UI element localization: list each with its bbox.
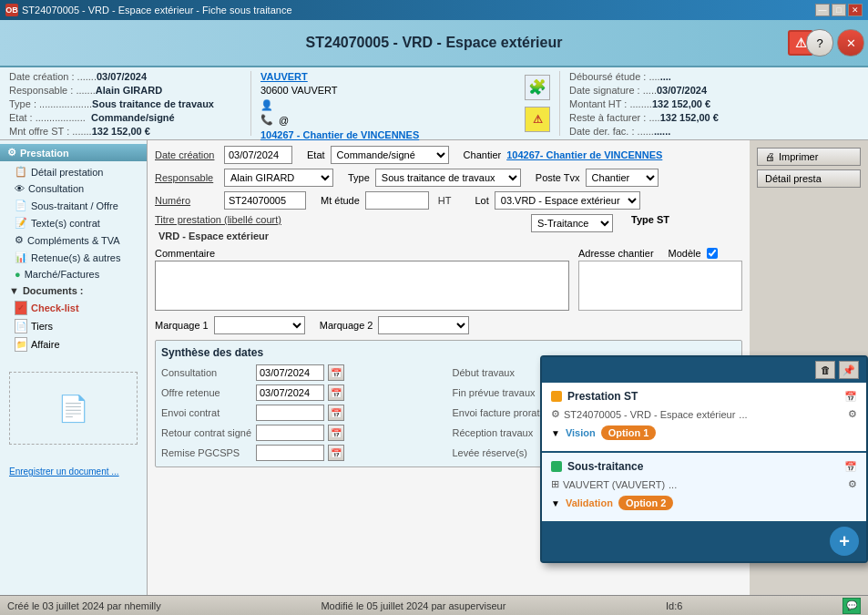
float-panel: 🗑 📌 Prestation ST 📅 ⚙ ST24070005 - VRD <box>540 355 868 563</box>
complements-icon: ⚙ <box>15 234 24 246</box>
remise-row: Remise PGCSPS 📅 <box>161 445 445 461</box>
responsable-label: Responsable : ....... <box>9 85 96 96</box>
imprimer-button[interactable]: 🖨 🖨 Imprimer Imprimer <box>757 148 861 166</box>
minimize-button[interactable]: — <box>815 4 830 16</box>
option1-badge[interactable]: Option 1 <box>601 425 657 440</box>
sidebar-item-complements[interactable]: ⚙ Compléments & TVA <box>0 231 147 249</box>
poste-tvx-label: Poste Tvx <box>536 172 580 183</box>
numero-input[interactable] <box>224 191 306 210</box>
type-select[interactable]: Sous traitance de travaux <box>375 169 521 187</box>
date-creation-label: Date création : ....... <box>9 71 97 82</box>
envoi-contrat-input[interactable] <box>256 405 324 421</box>
st-title-wrap: Sous-traitance <box>551 460 643 473</box>
date-creation-value: 03/07/2024 <box>97 71 147 82</box>
date-creation-form-label: Date création <box>155 149 219 160</box>
lot-select[interactable]: 03.VRD - Espace extérieur <box>495 191 640 210</box>
offre-retenue-label: Offre retenue <box>161 387 252 398</box>
consultation-cal-btn[interactable]: 📅 <box>328 364 344 381</box>
prestation-st-block: Prestation ST 📅 ⚙ ST24070005 - VRD - Esp… <box>542 383 866 453</box>
sidebar-doc-tiers[interactable]: 📄 Tiers <box>0 317 147 335</box>
etat-select[interactable]: Commande/signé <box>331 146 449 164</box>
float-panel-pin-btn[interactable]: 📌 <box>839 361 859 379</box>
prestation-sub-gear2[interactable]: ⚙ <box>848 408 857 420</box>
date-creation-input[interactable] <box>224 146 292 164</box>
calendar-icon[interactable]: 📅 <box>844 391 857 403</box>
prestation-color-dot <box>551 391 562 402</box>
info-bar: Date création : ....... 03/07/2024 Respo… <box>0 67 868 140</box>
commentaire-label: Commentaire <box>155 248 569 259</box>
st-sub-gear[interactable]: ⚙ <box>848 478 857 490</box>
consultation-input[interactable] <box>256 364 324 381</box>
sidebar-doc-affaire[interactable]: 📁 Affaire <box>0 335 147 354</box>
sidebar-item-retenues[interactable]: 📊 Retenue(s) & autres <box>0 249 147 266</box>
float-panel-delete-btn[interactable]: 🗑 <box>815 361 835 379</box>
remise-cal-btn[interactable]: 📅 <box>328 445 344 461</box>
date-sig-label: Date signature : ..... <box>569 85 657 96</box>
sidebar-item-consultation[interactable]: 👁 Consultation <box>0 180 147 197</box>
offre-retenue-input[interactable] <box>256 384 324 401</box>
header-close-button[interactable]: ✕ <box>837 29 864 56</box>
modele-checkbox[interactable] <box>707 248 718 259</box>
info-mid: VAUVERT 30600 VAUVERT 👤 📞 @ 104267 - Cha… <box>250 71 560 136</box>
prestation-icon: ⚙ <box>7 147 16 159</box>
lot-form-label: Lot <box>475 195 488 206</box>
type-st-label: Type ST <box>631 214 669 225</box>
phone-icon: 📞 <box>260 114 273 126</box>
commentaire-input[interactable] <box>155 261 569 311</box>
prestation-title-wrap: Prestation ST <box>551 390 638 403</box>
adresse-section: Adresse chantier Modèle <box>578 248 742 313</box>
envoi-contrat-cal-btn[interactable]: 📅 <box>328 405 344 421</box>
expand-icon: ▼ <box>9 285 19 296</box>
remise-input[interactable] <box>256 445 324 461</box>
puzzle-icon: 🧩 <box>525 75 550 100</box>
sidebar-item-marche-factures[interactable]: ● Marché/Factures <box>0 266 147 282</box>
expand-vision-icon[interactable]: ▼ <box>551 428 560 438</box>
form-row-2: Responsable Alain GIRARD Type Sous trait… <box>155 169 742 187</box>
st-calendar-icon[interactable]: 📅 <box>844 461 857 472</box>
page-header: ST24070005 - VRD - Espace extérieur ⚠ ? … <box>0 20 868 67</box>
chantier-form-link[interactable]: 104267- Chantier de VINCENNES <box>506 149 662 160</box>
id-status: Id:6 <box>666 600 682 611</box>
prestation-gear-icon: ⚙ <box>551 408 560 420</box>
page-title: ST24070005 - VRD - Espace extérieur <box>306 35 563 51</box>
close-button[interactable]: ✕ <box>848 4 863 16</box>
prestation-st-title: Prestation ST <box>567 390 638 403</box>
mt-etude-input[interactable] <box>365 191 429 210</box>
type-value: Sous traitance de travaux <box>92 98 214 109</box>
date-sig-value: 03/07/2024 <box>657 85 707 96</box>
marquage2-label: Marquage 2 <box>320 320 373 331</box>
title-bar: OB ST24070005 - VRD - Espace extérieur -… <box>0 0 868 20</box>
montant-ht-value: 132 152,00 € <box>652 98 710 109</box>
vision-row: ▼ Vision Option 1 <box>551 422 857 444</box>
sidebar-item-sous-traitant[interactable]: 📄 Sous-traitant / Offre <box>0 197 147 214</box>
at-sign: @ <box>279 115 289 126</box>
sidebar-item-detail-presta[interactable]: 📋 Détail prestation <box>0 163 147 180</box>
poste-tvx-select[interactable]: Chantier <box>586 169 659 187</box>
marquage1-select[interactable] <box>214 316 305 334</box>
vincennes-link[interactable]: 104267 - Chantier de VINCENNES <box>260 129 419 140</box>
expand-validation-icon[interactable]: ▼ <box>551 498 560 508</box>
sous-traitance-title: Sous-traitance <box>567 460 643 473</box>
add-button[interactable]: + <box>830 527 859 556</box>
envoi-contrat-label: Envoi contrat <box>161 407 252 418</box>
sidebar-item-texte-contrat[interactable]: 📝 Texte(s) contrat <box>0 214 147 231</box>
retour-contrat-input[interactable] <box>256 425 324 441</box>
offre-retenue-cal-btn[interactable]: 📅 <box>328 384 344 401</box>
responsable-select[interactable]: Alain GIRARD <box>224 169 333 187</box>
sidebar-docs-section: ▼ Documents : <box>0 282 147 299</box>
marquage2-select[interactable] <box>378 316 469 334</box>
maximize-button[interactable]: □ <box>832 4 846 16</box>
marquage-row: Marquage 1 Marquage 2 <box>155 316 742 334</box>
sidebar-section-label: Prestation <box>20 148 69 159</box>
detail-presta-button[interactable]: Détail presta <box>757 169 861 188</box>
retour-contrat-cal-btn[interactable]: 📅 <box>328 425 344 441</box>
option2-badge[interactable]: Option 2 <box>618 496 674 510</box>
sidebar-doc-checklist[interactable]: ✓ Check-list <box>0 299 147 317</box>
type-st-select[interactable]: S-Traitance <box>531 214 613 232</box>
st-color-dot <box>551 461 562 472</box>
created-status: Créé le 03 juillet 2024 par nhemilly <box>7 600 161 611</box>
help-button[interactable]: ? <box>806 29 833 56</box>
prestation-dots: ... <box>739 409 747 420</box>
vauvert-link[interactable]: VAUVERT <box>260 71 308 82</box>
enregistrer-link[interactable]: Enregistrer un document ... <box>0 463 147 480</box>
